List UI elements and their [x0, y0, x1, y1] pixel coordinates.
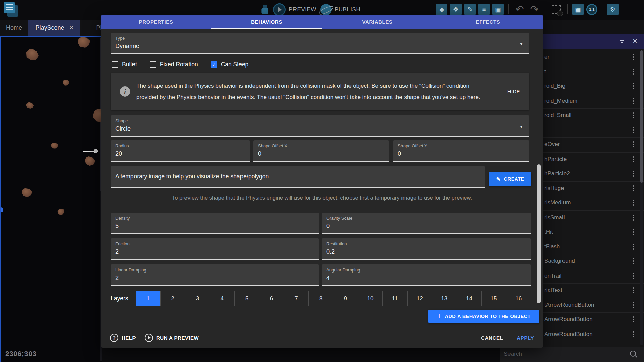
layer-cell-2[interactable]: 2 [160, 291, 185, 306]
asteroid-instance[interactable] [26, 102, 34, 109]
kebab-menu-icon[interactable] [633, 302, 634, 308]
dialog-tab-behaviors[interactable]: BEHAVIORS [211, 15, 322, 29]
layer-cell-9[interactable]: 9 [333, 291, 358, 306]
dialog-tab-variables[interactable]: VARIABLES [322, 15, 433, 29]
dialog-scrollbar-handle[interactable] [537, 164, 541, 303]
kebab-menu-icon[interactable] [633, 331, 634, 337]
kebab-menu-icon[interactable] [633, 54, 634, 60]
instances-list-icon[interactable]: ≡ [478, 4, 490, 15]
help-button[interactable]: ? HELP [110, 334, 136, 342]
layer-cell-6[interactable]: 6 [259, 291, 284, 306]
scene-settings-icon[interactable]: ⚙ [607, 4, 619, 15]
dialog-tab-properties[interactable]: PROPERTIES [101, 15, 211, 29]
shape-select[interactable]: Shape Circle ▼ [111, 115, 529, 137]
close-panel-icon[interactable]: × [633, 36, 637, 46]
field-linear-damping[interactable]: Linear Damping2 [111, 264, 319, 286]
kebab-menu-icon[interactable] [633, 316, 634, 322]
layer-cell-13[interactable]: 13 [432, 291, 457, 306]
kebab-menu-icon[interactable] [633, 244, 634, 250]
layer-cell-8[interactable]: 8 [308, 291, 333, 306]
undo-icon[interactable]: ↶ [514, 4, 526, 15]
checkbox-can-sleep[interactable]: ✓Can Sleep [211, 61, 249, 68]
kebab-menu-icon[interactable] [633, 83, 634, 89]
create-button[interactable]: ✎ CREATE [489, 172, 531, 186]
kebab-menu-icon[interactable] [633, 185, 634, 191]
selection-handle-dot[interactable] [0, 207, 3, 212]
layer-cell-5[interactable]: 5 [234, 291, 260, 306]
chevron-down-icon: ▼ [519, 124, 523, 129]
type-select[interactable]: Type Dynamic ▼ [111, 33, 529, 54]
redo-icon[interactable]: ↷ [528, 4, 540, 15]
selection-mask-icon[interactable]: – [552, 5, 561, 14]
kebab-menu-icon[interactable] [633, 141, 634, 147]
publish-button[interactable]: PUBLISH [320, 4, 360, 15]
kebab-menu-icon[interactable] [633, 127, 634, 133]
asteroid-instance[interactable] [51, 142, 58, 149]
cancel-button[interactable]: CANCEL [481, 335, 503, 341]
layer-cell-7[interactable]: 7 [284, 291, 309, 306]
asteroid-instance[interactable] [62, 79, 70, 87]
checkbox-bullet[interactable]: Bullet [112, 61, 137, 68]
search-input[interactable]: Search [500, 347, 644, 362]
layer-cell-14[interactable]: 14 [457, 291, 482, 306]
layer-cell-10[interactable]: 10 [358, 291, 383, 306]
sidebar-scrollbar-handle[interactable] [640, 50, 643, 183]
field-density[interactable]: Density5 [111, 213, 319, 234]
asteroid-instance[interactable] [21, 188, 32, 198]
editor-tab-home[interactable]: Home [0, 20, 28, 36]
run-preview-button[interactable]: RUN A PREVIEW [145, 334, 199, 342]
objects-panel-icon[interactable]: ◆ [436, 4, 447, 15]
kebab-menu-icon[interactable] [633, 258, 634, 264]
object-name: onTrail [544, 273, 561, 279]
field-shape-offset-y[interactable]: Shape Offset Y0 [393, 140, 529, 162]
field-label: Shape Offset X [258, 143, 384, 148]
asteroid-instance[interactable] [24, 47, 40, 63]
layer-cell-15[interactable]: 15 [481, 291, 506, 306]
kebab-menu-icon[interactable] [633, 287, 634, 293]
layer-cell-16[interactable]: 16 [506, 291, 531, 306]
app-menu-icon[interactable] [4, 2, 18, 17]
layer-cell-12[interactable]: 12 [407, 291, 432, 306]
add-behavior-button[interactable]: + ADD A BEHAVIOR TO THE OBJECT [428, 310, 539, 323]
layer-cell-11[interactable]: 11 [382, 291, 408, 306]
field-friction[interactable]: Friction2 [111, 238, 319, 260]
temporary-image-field[interactable]: A temporary image to help you visualize … [111, 166, 485, 188]
close-tab-icon[interactable]: × [69, 24, 73, 32]
hide-button[interactable]: HIDE [507, 89, 520, 94]
edit-scene-icon[interactable]: ✎ [464, 4, 476, 15]
zoom-one-to-one-icon[interactable]: 1:1 [586, 4, 597, 15]
gizmo-anchor-dot[interactable] [94, 149, 98, 153]
kebab-menu-icon[interactable] [633, 273, 634, 279]
asteroid-instance[interactable] [57, 208, 65, 216]
kebab-menu-icon[interactable] [633, 69, 634, 75]
sidebar-scrollbar[interactable] [640, 50, 643, 345]
layer-cell-3[interactable]: 3 [185, 291, 210, 306]
object-groups-icon[interactable]: ❖ [450, 4, 462, 15]
dialog-tab-effects[interactable]: EFFECTS [433, 15, 543, 29]
kebab-menu-icon[interactable] [633, 200, 634, 206]
grid-icon[interactable]: ▦ [572, 4, 584, 15]
kebab-menu-icon[interactable] [633, 156, 634, 162]
debugger-icon[interactable] [261, 5, 269, 15]
kebab-menu-icon[interactable] [633, 215, 634, 221]
layers-panel-icon[interactable]: ▣ [492, 4, 504, 15]
editor-tab-playscene[interactable]: PlayScene× [28, 20, 80, 36]
asteroid-instance[interactable] [78, 37, 90, 48]
kebab-menu-icon[interactable] [633, 112, 634, 118]
checkbox-fixed-rotation[interactable]: Fixed Rotation [150, 61, 198, 68]
kebab-menu-icon[interactable] [633, 98, 634, 104]
asteroid-instance[interactable] [84, 155, 96, 167]
apply-button[interactable]: APPLY [517, 335, 534, 341]
kebab-menu-icon[interactable] [633, 229, 634, 235]
field-angular-damping[interactable]: Angular Damping4 [322, 264, 531, 286]
kebab-menu-icon[interactable] [633, 171, 634, 177]
filter-icon[interactable] [618, 39, 625, 44]
layer-cell-4[interactable]: 4 [210, 291, 235, 306]
layer-cell-1[interactable]: 1 [136, 291, 161, 306]
field-radius[interactable]: Radius20 [111, 140, 250, 162]
preview-button[interactable]: PREVIEW [273, 3, 316, 16]
scene-canvas[interactable]: 2306;303 [0, 36, 102, 362]
field-shape-offset-x[interactable]: Shape Offset X0 [253, 140, 389, 162]
field-gravity-scale[interactable]: Gravity Scale0 [322, 213, 531, 234]
field-restitution[interactable]: Restitution0.2 [322, 238, 531, 260]
